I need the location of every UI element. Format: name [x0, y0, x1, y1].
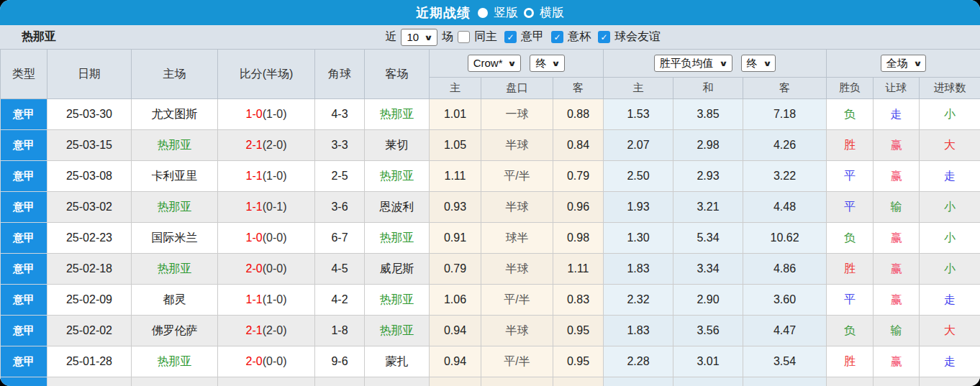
odds-home-cell: 0.79 — [430, 254, 481, 285]
avg-away-cell: 3.60 — [743, 285, 827, 316]
score-cell: 2-0(0-0) — [218, 254, 315, 285]
corners-cell: 1-8 — [315, 316, 365, 346]
avg-away-cell: 4.26 — [743, 130, 827, 161]
table-row: 意甲25-02-02佛罗伦萨2-1(2-0)1-8热那亚0.94半球0.951.… — [1, 316, 980, 346]
avg-home-cell: 2.32 — [604, 285, 673, 316]
avg-time-select[interactable]: 终 ∨ — [741, 55, 776, 72]
avg-away-cell: 4.47 — [743, 316, 827, 346]
outcome-cell: 负 — [827, 223, 874, 254]
avg-away-cell: 3.54 — [743, 346, 827, 377]
odds-home-cell: 1.06 — [430, 285, 481, 316]
away-team-cell: 蒙扎 — [365, 346, 430, 377]
avg-home-cell: 1.93 — [604, 192, 673, 223]
table-row: 意甲25-03-30尤文图斯1-0(1-0)4-3热那亚1.01一球0.881.… — [1, 99, 980, 130]
avg-company-select[interactable]: 胜平负均值 ∨ — [654, 55, 732, 72]
handicap-result-cell: 赢 — [874, 254, 920, 285]
handicap-cell: 半球 — [481, 130, 553, 161]
avg-draw-cell: 4.23 — [673, 377, 743, 386]
league-cell: 意甲 — [1, 130, 47, 161]
odds-time-select[interactable]: 终 ∨ — [530, 55, 565, 72]
date-cell: 25-02-02 — [47, 316, 132, 346]
away-team-cell: 莱切 — [365, 130, 430, 161]
sub-header-handicap: 盘口 — [481, 78, 553, 99]
filter-bar: 热那亚 近 10 ∨ 场 同主 ✓ 意甲 ✓ 意杯 ✓ 球会友谊 — [0, 25, 980, 49]
date-cell: 25-03-08 — [47, 161, 132, 192]
radio-vertical-label[interactable]: 竖版 — [494, 4, 518, 21]
date-cell: 25-03-15 — [47, 130, 132, 161]
table-row: 意甲25-02-09都灵1-1(1-0)4-2热那亚1.06平/半0.832.3… — [1, 285, 980, 316]
odds-company-select[interactable]: Crow* ∨ — [468, 55, 522, 72]
radio-vertical-layout[interactable] — [478, 8, 488, 18]
away-team-cell: 威尼斯 — [365, 254, 430, 285]
date-cell: 25-02-23 — [47, 223, 132, 254]
handicap-result-cell: 赢 — [874, 130, 920, 161]
topbar: 近期战绩 竖版 横版 — [0, 0, 980, 25]
scope-select[interactable]: 全场 ∨ — [881, 55, 927, 72]
club-friendly-label: 球会友谊 — [614, 29, 661, 45]
col-header-away: 客场 — [365, 50, 430, 99]
team-name: 热那亚 — [22, 29, 56, 45]
avg-away-cell: 10.62 — [743, 223, 827, 254]
corners-cell: 4-3 — [315, 99, 365, 130]
home-team-cell: 佛罗伦萨 — [132, 316, 218, 346]
league-cell: 意甲 — [1, 161, 47, 192]
handicap-result-cell: 走 — [874, 99, 920, 130]
home-team-cell: 热那亚 — [132, 130, 218, 161]
chevron-down-icon: ∨ — [719, 56, 728, 70]
score-cell: 2-1(2-0) — [218, 316, 315, 346]
avg-draw-cell: 5.34 — [673, 223, 743, 254]
outcome-cell: 负 — [827, 377, 874, 386]
table-row: 意甲25-01-18罗马3-1(1-1)3-2热那亚0.78一球1.121.48… — [1, 377, 980, 386]
same-home-checkbox[interactable] — [458, 31, 470, 43]
outcome-cell: 负 — [827, 99, 874, 130]
odds-away-cell: 1.12 — [553, 377, 604, 386]
league-cell: 意甲 — [1, 285, 47, 316]
radio-horizontal-label[interactable]: 横版 — [540, 4, 564, 21]
col-header-corners: 角球 — [315, 50, 365, 99]
avg-draw-cell: 3.21 — [673, 192, 743, 223]
corners-cell: 3-6 — [315, 192, 365, 223]
handicap-result-cell: 赢 — [874, 161, 920, 192]
same-home-label: 同主 — [474, 29, 497, 45]
table-row: 意甲25-03-08卡利亚里1-1(1-0)2-5热那亚1.11平/半0.792… — [1, 161, 980, 192]
outcome-cell: 平 — [827, 285, 874, 316]
avg-home-cell: 2.50 — [604, 161, 673, 192]
outcome-cell: 负 — [827, 316, 874, 346]
recent-count-select[interactable]: 10 ∨ — [401, 29, 437, 46]
away-team-cell: 热那亚 — [365, 161, 430, 192]
sub-header-avg-home: 主 — [604, 78, 673, 99]
avg-home-cell: 1.53 — [604, 99, 673, 130]
radio-horizontal-layout[interactable] — [524, 8, 534, 18]
corners-cell: 4-5 — [315, 254, 365, 285]
score-cell: 1-1(1-0) — [218, 161, 315, 192]
avg-home-cell: 2.28 — [604, 346, 673, 377]
coppa-italia-checkbox[interactable]: ✓ — [551, 31, 563, 43]
away-team-cell: 热那亚 — [365, 223, 430, 254]
avg-draw-cell: 2.90 — [673, 285, 743, 316]
handicap-cell: 平/半 — [481, 346, 553, 377]
col-header-home: 主场 — [132, 50, 218, 99]
sub-header-avg-away: 客 — [743, 78, 827, 99]
club-friendly-checkbox[interactable]: ✓ — [598, 31, 610, 43]
serie-a-checkbox[interactable]: ✓ — [504, 31, 517, 43]
table-row: 意甲25-03-15热那亚2-1(2-0)3-3莱切1.05半球0.842.07… — [1, 130, 980, 161]
odds-home-cell: 0.91 — [430, 223, 481, 254]
goals-result-cell: 大 — [920, 316, 980, 346]
score-cell: 1-1(0-1) — [218, 192, 315, 223]
goals-result-cell: 走 — [920, 285, 980, 316]
league-cell: 意甲 — [1, 346, 47, 377]
away-team-cell: 热那亚 — [365, 377, 430, 386]
col-header-type: 类型 — [1, 50, 47, 99]
handicap-result-cell: 输 — [874, 192, 920, 223]
outcome-cell: 胜 — [827, 346, 874, 377]
avg-away-cell: 3.22 — [743, 161, 827, 192]
score-cell: 2-1(2-0) — [218, 130, 315, 161]
avg-away-cell: 7.18 — [743, 99, 827, 130]
goals-result-cell: 小 — [920, 99, 980, 130]
handicap-cell: 平/半 — [481, 285, 553, 316]
table-row: 意甲25-02-23国际米兰1-0(0-0)6-7热那亚0.91球半0.981.… — [1, 223, 980, 254]
chevron-down-icon: ∨ — [424, 30, 433, 45]
odds-home-cell: 1.11 — [430, 161, 481, 192]
odds-away-cell: 0.95 — [553, 316, 604, 346]
sub-header-odds-home: 主 — [430, 78, 481, 99]
